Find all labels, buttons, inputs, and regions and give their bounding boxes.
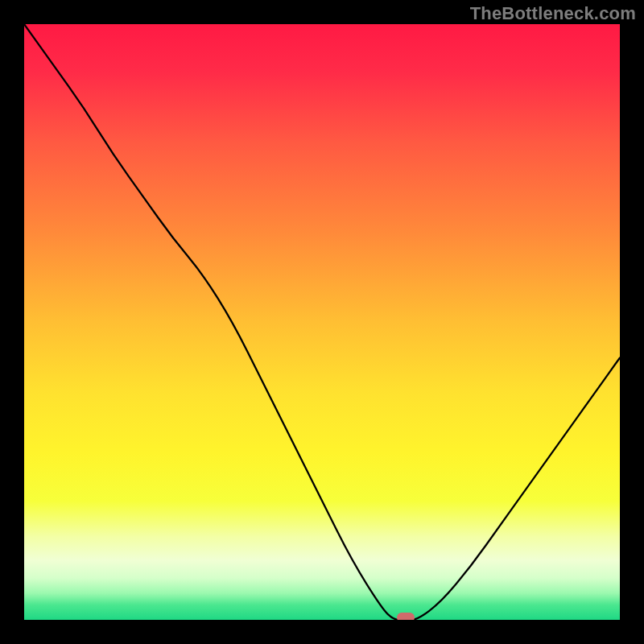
- watermark-text: TheBottleneck.com: [470, 3, 636, 24]
- optimal-marker: [397, 613, 415, 620]
- bottleneck-curve: [24, 24, 620, 620]
- chart-container: TheBottleneck.com: [0, 0, 644, 644]
- plot-area: [24, 24, 620, 620]
